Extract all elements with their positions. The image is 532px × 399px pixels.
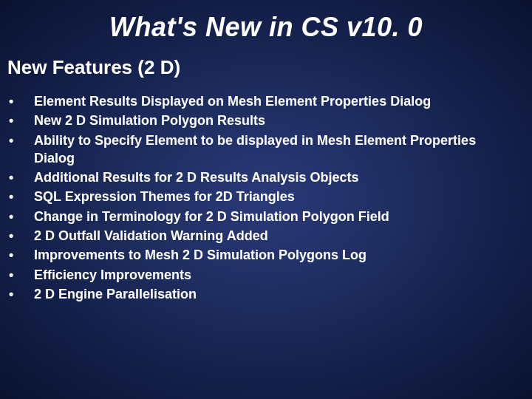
- bullet-text: Efficiency Improvements: [34, 266, 517, 284]
- bullet-icon: •: [7, 285, 34, 303]
- bullet-text: 2 D Engine Parallelisation: [34, 285, 517, 303]
- list-item: • 2 D Outfall Validation Warning Added: [7, 227, 517, 245]
- bullet-text: 2 D Outfall Validation Warning Added: [34, 227, 517, 245]
- list-item: • New 2 D Simulation Polygon Results: [7, 112, 517, 129]
- bullet-text: Ability to Specify Element to be display…: [34, 132, 517, 168]
- bullet-text: Improvements to Mesh 2 D Simulation Poly…: [34, 246, 517, 264]
- bullet-icon: •: [7, 227, 34, 245]
- list-item: • Improvements to Mesh 2 D Simulation Po…: [7, 246, 517, 264]
- bullet-text: Change in Terminology for 2 D Simulation…: [34, 208, 517, 225]
- list-item: • Change in Terminology for 2 D Simulati…: [7, 208, 517, 225]
- bullet-icon: •: [7, 266, 34, 284]
- list-item: • Additional Results for 2 D Results Ana…: [7, 168, 517, 186]
- bullet-icon: •: [7, 188, 34, 205]
- list-item: • 2 D Engine Parallelisation: [7, 285, 517, 303]
- bullet-text: Additional Results for 2 D Results Analy…: [34, 168, 517, 186]
- slide-subtitle: New Features (2 D): [0, 56, 532, 92]
- bullet-icon: •: [7, 168, 34, 186]
- list-item: • SQL Expression Themes for 2D Triangles: [7, 188, 517, 205]
- slide: What's New in CS v10. 0 New Features (2 …: [0, 0, 532, 399]
- bullet-text: New 2 D Simulation Polygon Results: [34, 112, 517, 129]
- bullet-icon: •: [7, 208, 34, 225]
- bullet-text: Element Results Displayed on Mesh Elemen…: [34, 92, 517, 110]
- bullet-icon: •: [7, 132, 34, 149]
- slide-title: What's New in CS v10. 0: [0, 0, 532, 56]
- bullet-icon: •: [7, 246, 34, 264]
- bullet-icon: •: [7, 92, 34, 110]
- list-item: • Ability to Specify Element to be displ…: [7, 132, 517, 168]
- bullet-icon: •: [7, 112, 34, 129]
- list-item: • Efficiency Improvements: [7, 266, 517, 284]
- bullet-text: SQL Expression Themes for 2D Triangles: [34, 188, 517, 205]
- list-item: • Element Results Displayed on Mesh Elem…: [7, 92, 517, 110]
- bullet-list: • Element Results Displayed on Mesh Elem…: [0, 92, 532, 303]
